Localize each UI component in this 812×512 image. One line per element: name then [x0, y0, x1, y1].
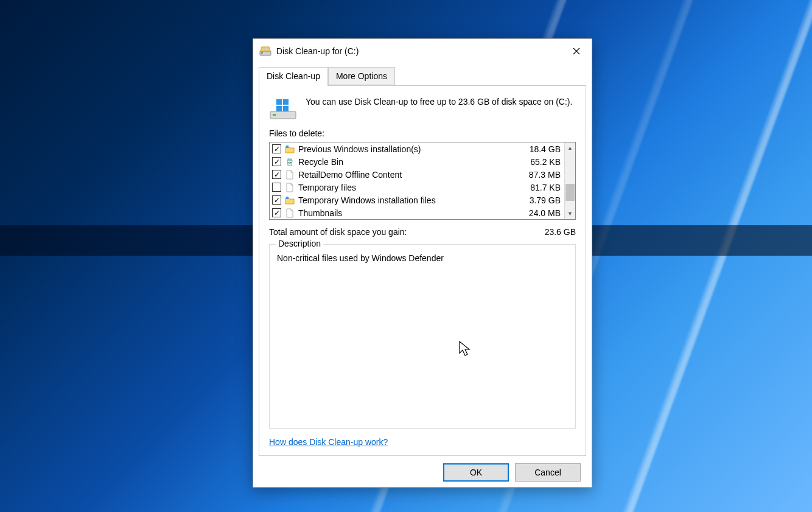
file-checkbox[interactable] [272, 157, 281, 166]
file-row[interactable]: Recycle Bin65.2 KB [270, 155, 564, 168]
titlebar[interactable]: Disk Clean-up for (C:) [253, 39, 592, 63]
file-size: 65.2 KB [518, 157, 561, 167]
intro-text: You can use Disk Clean-up to free up to … [306, 96, 572, 108]
file-size: 24.0 MB [518, 208, 561, 218]
intro-row: You can use Disk Clean-up to free up to … [269, 96, 576, 120]
svg-rect-1 [261, 52, 263, 54]
tab-more-options[interactable]: More Options [328, 67, 395, 85]
button-row: OK Cancel [259, 456, 586, 482]
svg-rect-4 [276, 99, 282, 105]
file-row[interactable]: RetailDemo Offline Content87.3 MB [270, 168, 564, 181]
dialog-client: Disk Clean-up More Options [253, 63, 592, 487]
description-text: Non-critical files used by Windows Defen… [277, 253, 568, 263]
file-checkbox[interactable] [272, 208, 281, 217]
file-size: 81.7 KB [518, 183, 561, 192]
file-label: Temporary files [298, 183, 514, 192]
total-label: Total amount of disk space you gain: [269, 227, 407, 237]
window-title: Disk Clean-up for (C:) [276, 46, 359, 56]
cancel-button[interactable]: Cancel [515, 463, 581, 482]
file-icon [285, 208, 295, 218]
tab-disk-cleanup[interactable]: Disk Clean-up [259, 67, 328, 86]
file-row[interactable]: Thumbnails24.0 MB [270, 206, 564, 219]
svg-rect-7 [283, 106, 289, 111]
scroll-track[interactable] [565, 153, 575, 208]
svg-rect-3 [273, 114, 276, 116]
file-label: Thumbnails [298, 208, 514, 218]
file-checkbox[interactable] [272, 170, 281, 179]
file-label: Recycle Bin [298, 157, 514, 167]
disk-icon [269, 96, 297, 120]
recycle-icon [285, 157, 295, 167]
tab-panel: You can use Disk Clean-up to free up to … [259, 85, 586, 456]
close-button[interactable] [561, 39, 592, 63]
ok-button[interactable]: OK [443, 463, 509, 482]
file-row[interactable]: Previous Windows installation(s)18.4 GB [270, 142, 564, 155]
svg-rect-10 [286, 197, 289, 199]
file-checkbox[interactable] [272, 183, 281, 192]
folder-icon [285, 195, 295, 205]
total-value: 23.6 GB [545, 227, 576, 237]
file-label: Previous Windows installation(s) [298, 144, 514, 154]
tab-strip: Disk Clean-up More Options [259, 67, 586, 85]
file-list[interactable]: Previous Windows installation(s)18.4 GBR… [270, 142, 564, 219]
file-list-container: Previous Windows installation(s)18.4 GBR… [269, 142, 576, 220]
file-checkbox[interactable] [272, 195, 281, 205]
file-label: Temporary Windows installation files [298, 195, 514, 205]
file-icon [285, 183, 295, 192]
file-label: RetailDemo Offline Content [298, 170, 514, 180]
disk-cleanup-dialog: Disk Clean-up for (C:) Disk Clean-up Mor… [253, 38, 592, 488]
svg-rect-5 [283, 99, 289, 105]
scroll-thumb[interactable] [565, 184, 575, 201]
scroll-down-button[interactable]: ▼ [565, 208, 575, 219]
file-size: 3.79 GB [518, 195, 561, 205]
files-to-delete-label: Files to delete: [269, 128, 576, 138]
scrollbar[interactable]: ▲ ▼ [564, 142, 575, 219]
svg-rect-8 [286, 146, 289, 148]
file-checkbox[interactable] [272, 144, 281, 153]
folder-icon [285, 144, 295, 154]
description-legend: Description [276, 239, 323, 248]
svg-rect-6 [276, 106, 282, 111]
file-size: 18.4 GB [518, 144, 561, 154]
help-link[interactable]: How does Disk Clean-up work? [269, 437, 576, 447]
description-group: Description Non-critical files used by W… [269, 244, 576, 429]
file-icon [285, 170, 295, 180]
file-row[interactable]: Temporary files81.7 KB [270, 181, 564, 194]
drive-icon [259, 46, 271, 57]
scroll-up-button[interactable]: ▲ [565, 142, 575, 153]
total-row: Total amount of disk space you gain: 23.… [269, 227, 576, 237]
file-row[interactable]: Temporary Windows installation files3.79… [270, 194, 564, 206]
file-size: 87.3 MB [518, 170, 561, 180]
svg-rect-9 [288, 159, 292, 160]
